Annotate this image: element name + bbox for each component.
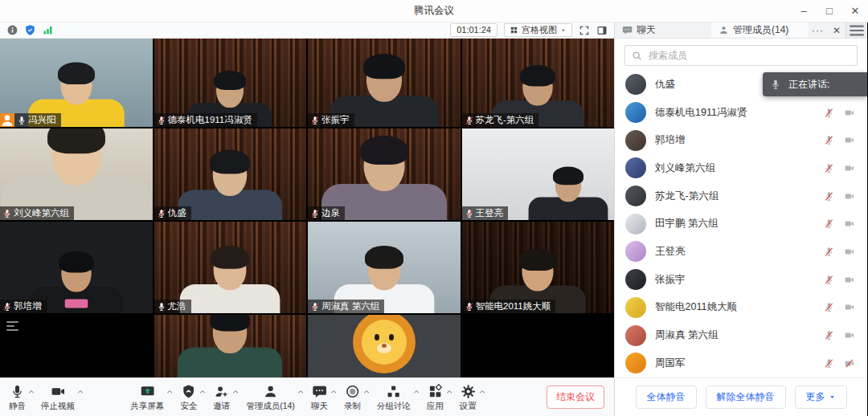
caret-up-icon[interactable]	[478, 388, 486, 396]
fullscreen-icon[interactable]	[579, 25, 590, 36]
shield-check-icon[interactable]	[24, 24, 36, 36]
caret-up-icon[interactable]	[330, 388, 338, 396]
video-tile[interactable]: 尤浩	[154, 222, 307, 313]
member-row[interactable]: 郭培增	[615, 126, 867, 154]
member-mic-muted-icon[interactable]	[824, 247, 834, 257]
layout-icon[interactable]	[596, 25, 608, 36]
member-mic-muted-icon[interactable]	[824, 218, 834, 229]
minimize-button[interactable]: –	[791, 0, 817, 22]
toolbar-button-chat[interactable]: 聊天	[309, 381, 330, 414]
member-camera-icon[interactable]	[843, 191, 856, 202]
member-name: 王登亮	[655, 245, 815, 259]
caret-up-icon[interactable]	[362, 388, 371, 396]
member-mic-muted-icon[interactable]	[824, 191, 834, 202]
member-mic-muted-icon[interactable]	[824, 108, 834, 118]
participant-name: 尤浩	[168, 300, 186, 313]
member-row[interactable]: 刘义峰第六组	[615, 154, 867, 182]
video-tile[interactable]: 边泉	[308, 128, 461, 220]
member-row[interactable]: 田宇鹏 第六组	[615, 210, 867, 238]
view-mode-button[interactable]: 宫格视图	[504, 23, 572, 37]
avatar	[625, 74, 646, 95]
caret-up-icon[interactable]	[445, 388, 453, 396]
caret-up-icon[interactable]	[76, 388, 84, 396]
member-mic-muted-icon[interactable]	[824, 163, 834, 173]
member-camera-icon[interactable]	[843, 163, 856, 173]
speaking-tooltip: 正在讲话:	[763, 72, 867, 96]
panel-close-button[interactable]: ✕	[828, 22, 845, 38]
video-tile[interactable]	[154, 315, 307, 377]
member-camera-icon[interactable]	[843, 330, 856, 341]
window-controls: – □ ✕	[791, 0, 868, 22]
tab-chat[interactable]: 聊天	[615, 22, 711, 38]
video-tile[interactable]: 智能电2011姚大顺	[462, 222, 615, 313]
member-row[interactable]: 王登亮	[615, 238, 867, 266]
video-tile[interactable]: 德泰机电1911冯淑贤	[154, 39, 307, 127]
caret-up-icon[interactable]	[27, 388, 35, 396]
member-camera-icon[interactable]	[843, 302, 856, 312]
info-icon[interactable]	[6, 24, 18, 36]
member-row[interactable]: 智能电2011姚大顺	[615, 294, 867, 322]
video-tile[interactable]: 仇盛	[154, 128, 307, 220]
caret-up-icon[interactable]	[199, 388, 207, 396]
member-camera-icon[interactable]	[843, 218, 856, 229]
toolbar-button-member[interactable]: 管理成员(14)	[244, 381, 297, 414]
hamburger-icon	[846, 20, 867, 41]
member-row[interactable]: 德泰机电1911冯淑贤	[615, 99, 867, 127]
video-tile[interactable]: 苏龙飞-第六组	[462, 39, 615, 127]
mic-muted-icon	[2, 302, 12, 312]
maximize-button[interactable]: □	[817, 0, 842, 22]
member-row[interactable]: 苏龙飞-第六组	[615, 182, 867, 210]
member-icon	[263, 384, 278, 399]
video-tile[interactable]	[462, 315, 615, 377]
video-tile[interactable]: 王登亮	[462, 128, 615, 220]
toolbar-button-shield-sec[interactable]: 安全	[178, 381, 199, 414]
member-camera-icon[interactable]	[843, 247, 856, 257]
toolbar-button-share[interactable]: 共享屏幕	[128, 381, 166, 414]
tab-members[interactable]: 管理成员(14)	[711, 22, 808, 38]
member-row[interactable]: 周国军	[615, 349, 867, 377]
member-camera-icon[interactable]	[843, 108, 856, 118]
signal-icon[interactable]	[42, 24, 54, 36]
caret-up-icon[interactable]	[297, 388, 305, 396]
caret-up-icon[interactable]	[412, 388, 420, 396]
member-camera-icon[interactable]	[843, 135, 856, 145]
toolbar-button-gear[interactable]: 设置	[457, 381, 479, 414]
video-tile[interactable]: 张振宇	[308, 39, 461, 127]
member-mic-muted-icon[interactable]	[824, 358, 834, 369]
video-tile[interactable]: 周淑真 第六组	[308, 222, 461, 313]
toolbar-button-invite[interactable]: 邀请	[211, 381, 232, 414]
member-row[interactable]: 周淑真 第六组	[615, 321, 867, 349]
video-tile[interactable]	[308, 315, 461, 377]
video-tile[interactable]: 郭培增	[0, 222, 153, 313]
caret-up-icon[interactable]	[166, 388, 174, 396]
member-mic-muted-icon[interactable]	[824, 275, 834, 285]
toolbar-button-mic[interactable]: 静音	[6, 381, 28, 414]
video-tile[interactable]: 冯兴阳	[0, 39, 153, 127]
panel-footer-button[interactable]: 更多	[795, 385, 847, 409]
member-row[interactable]: 张振宇	[615, 266, 867, 294]
member-camera-muted-icon[interactable]	[843, 358, 856, 369]
toolbar-button-apps[interactable]: 应用	[424, 381, 446, 414]
member-mic-muted-icon[interactable]	[824, 302, 834, 312]
member-camera-icon[interactable]	[843, 275, 856, 285]
member-mic-muted-icon[interactable]	[824, 330, 834, 341]
avatar	[625, 241, 646, 262]
video-tile[interactable]	[0, 315, 153, 377]
search-input[interactable]	[647, 49, 850, 62]
panel-footer-button[interactable]: 全体静音	[636, 385, 697, 409]
video-tile[interactable]: 刘义峰第六组	[0, 128, 153, 220]
member-mic-muted-icon[interactable]	[824, 135, 834, 145]
avatar	[625, 297, 646, 318]
toolbar-button-breakout[interactable]: 分组讨论	[375, 381, 413, 414]
end-meeting-button[interactable]: 结束会议	[547, 385, 604, 409]
close-button[interactable]: ✕	[842, 0, 868, 22]
panel-footer-button[interactable]: 解除全体静音	[706, 385, 786, 409]
mic-muted-icon	[2, 209, 12, 218]
toolbar-button-record[interactable]: 录制	[342, 381, 363, 414]
toolbar-button-camera[interactable]: 停止视频	[39, 381, 77, 414]
panel-more-button[interactable]: ···	[808, 22, 828, 38]
bottom-toolbar: 静音 停止视频 共享屏幕 安全 邀请 管理成员(14)	[0, 377, 614, 416]
caret-down-icon	[829, 394, 836, 401]
panel-menu-button[interactable]	[845, 22, 867, 38]
caret-up-icon[interactable]	[231, 388, 240, 396]
